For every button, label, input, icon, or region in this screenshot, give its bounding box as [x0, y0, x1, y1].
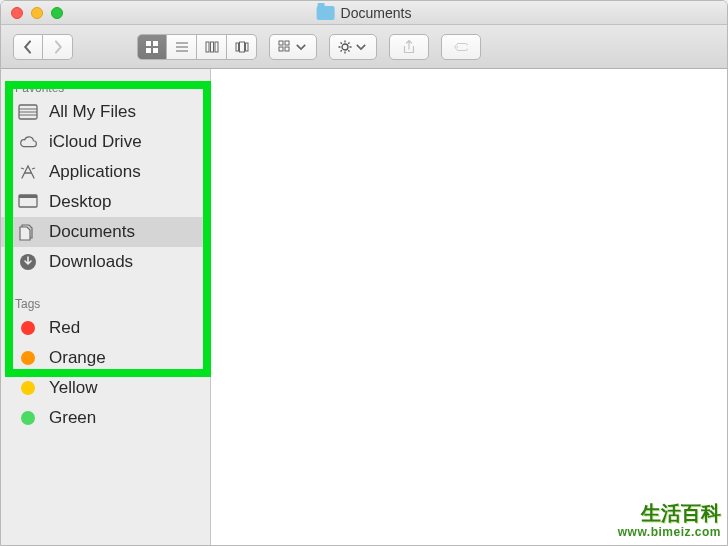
coverflow-view-icon — [235, 40, 249, 54]
arrange-group — [269, 34, 317, 60]
tag-dot-icon — [17, 318, 39, 338]
view-coverflow-button[interactable] — [227, 34, 257, 60]
sidebar-tag-red[interactable]: Red — [1, 313, 210, 343]
svg-line-22 — [341, 42, 342, 43]
sidebar-tag-label: Yellow — [49, 378, 98, 398]
share-button[interactable] — [389, 34, 429, 60]
svg-rect-2 — [146, 48, 151, 53]
sidebar-item-label: Downloads — [49, 252, 133, 272]
watermark: 生活百科 www.bimeiz.com — [618, 501, 721, 539]
sidebar-item-applications[interactable]: Applications — [1, 157, 210, 187]
content-area[interactable] — [211, 69, 727, 545]
svg-rect-7 — [206, 42, 209, 52]
sidebar-tag-label: Orange — [49, 348, 106, 368]
sidebar-item-label: Applications — [49, 162, 141, 182]
action-button[interactable] — [329, 34, 377, 60]
sidebar-item-label: iCloud Drive — [49, 132, 142, 152]
sidebar: Favorites All My Files iCloud Drive Appl… — [1, 69, 211, 545]
tag-dot-icon — [17, 408, 39, 428]
svg-rect-16 — [285, 47, 289, 51]
watermark-text-2: www.bimeiz.com — [618, 525, 721, 539]
sidebar-item-all-my-files[interactable]: All My Files — [1, 97, 210, 127]
tag-dot-icon — [17, 378, 39, 398]
sidebar-tag-label: Green — [49, 408, 96, 428]
chevron-right-icon — [51, 40, 65, 54]
applications-icon — [17, 162, 39, 182]
window-title: Documents — [317, 5, 412, 21]
all-files-icon — [17, 102, 39, 122]
svg-line-23 — [348, 50, 349, 51]
sidebar-item-label: Desktop — [49, 192, 111, 212]
sidebar-tag-yellow[interactable]: Yellow — [1, 373, 210, 403]
close-window-button[interactable] — [11, 7, 23, 19]
sidebar-item-label: All My Files — [49, 102, 136, 122]
sidebar-item-downloads[interactable]: Downloads — [1, 247, 210, 277]
svg-rect-8 — [210, 42, 213, 52]
svg-rect-11 — [239, 42, 244, 52]
finder-window: Documents — [0, 0, 728, 546]
sidebar-item-icloud-drive[interactable]: iCloud Drive — [1, 127, 210, 157]
svg-rect-14 — [285, 41, 289, 45]
favorites-section-label: Favorites — [1, 75, 210, 97]
view-list-button[interactable] — [167, 34, 197, 60]
chevron-down-icon — [354, 40, 368, 54]
tags-section-label: Tags — [1, 291, 210, 313]
svg-point-17 — [342, 44, 348, 50]
svg-rect-9 — [215, 42, 218, 52]
sidebar-item-label: Documents — [49, 222, 135, 242]
cloud-icon — [17, 132, 39, 152]
sidebar-tag-label: Red — [49, 318, 80, 338]
sidebar-item-desktop[interactable]: Desktop — [1, 187, 210, 217]
toolbar — [1, 25, 727, 69]
sidebar-tag-orange[interactable]: Orange — [1, 343, 210, 373]
window-controls — [11, 7, 63, 19]
list-view-icon — [175, 40, 189, 54]
svg-rect-1 — [153, 41, 158, 46]
view-icon-button[interactable] — [137, 34, 167, 60]
svg-line-25 — [341, 50, 342, 51]
view-mode-group — [137, 34, 257, 60]
arrange-icon — [278, 40, 292, 54]
svg-rect-0 — [146, 41, 151, 46]
minimize-window-button[interactable] — [31, 7, 43, 19]
window-body: Favorites All My Files iCloud Drive Appl… — [1, 69, 727, 545]
back-button[interactable] — [13, 34, 43, 60]
svg-rect-3 — [153, 48, 158, 53]
window-title-text: Documents — [341, 5, 412, 21]
tag-icon — [454, 40, 468, 54]
share-icon — [402, 40, 416, 54]
nav-buttons — [13, 34, 73, 60]
icon-view-icon — [145, 40, 159, 54]
documents-icon — [17, 222, 39, 242]
action-group — [329, 34, 377, 60]
view-column-button[interactable] — [197, 34, 227, 60]
desktop-icon — [17, 192, 39, 212]
svg-line-24 — [348, 42, 349, 43]
svg-rect-15 — [279, 47, 283, 51]
gear-icon — [338, 40, 352, 54]
sidebar-tag-green[interactable]: Green — [1, 403, 210, 433]
svg-point-26 — [457, 46, 458, 47]
folder-icon — [317, 6, 335, 20]
downloads-icon — [17, 252, 39, 272]
svg-rect-13 — [279, 41, 283, 45]
titlebar: Documents — [1, 1, 727, 25]
arrange-button[interactable] — [269, 34, 317, 60]
svg-rect-10 — [236, 43, 239, 51]
tags-button[interactable] — [441, 34, 481, 60]
forward-button[interactable] — [43, 34, 73, 60]
fullscreen-window-button[interactable] — [51, 7, 63, 19]
tag-dot-icon — [17, 348, 39, 368]
sidebar-item-documents[interactable]: Documents — [1, 217, 210, 247]
chevron-left-icon — [21, 40, 35, 54]
chevron-down-icon — [294, 40, 308, 54]
watermark-text-1: 生活百科 — [618, 501, 721, 525]
column-view-icon — [205, 40, 219, 54]
svg-rect-32 — [19, 195, 37, 198]
svg-rect-12 — [245, 43, 248, 51]
